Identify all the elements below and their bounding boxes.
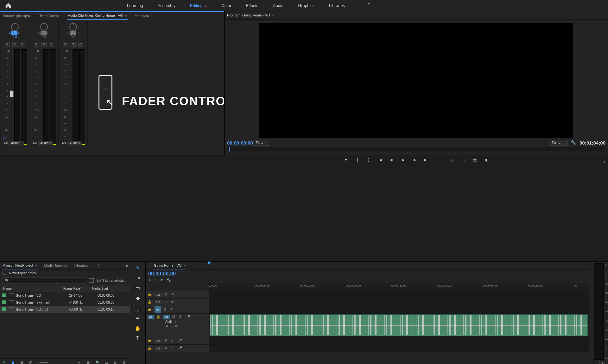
pen-tool-icon[interactable]: ✒ xyxy=(134,315,141,322)
pan-value[interactable]: 0.0 xyxy=(13,35,17,39)
tab-media-browser[interactable]: Media Browser xyxy=(44,262,68,269)
add-marker-icon[interactable]: ▼ xyxy=(343,157,349,163)
tab-libraries[interactable]: Libraries xyxy=(74,262,88,269)
fader-slot[interactable] xyxy=(10,49,14,145)
sequence-tab[interactable]: Going Home - VO ≡ xyxy=(153,262,186,269)
wrench-icon[interactable]: 🔧 xyxy=(571,140,576,145)
ripple-tool-icon[interactable]: ⇆ xyxy=(134,284,141,291)
ws-libraries[interactable]: Libraries xyxy=(328,1,346,10)
audio-track-a1[interactable]: A1 🔒 A1 M S 🎤 Audio 1 ◀ ◇ ▶ xyxy=(146,314,589,337)
channel-name[interactable]: Audio 1 xyxy=(9,141,24,145)
extract-icon[interactable]: ⬚ xyxy=(461,157,467,163)
solo-button[interactable]: S xyxy=(171,346,176,351)
go-to-out-icon[interactable]: ▶| xyxy=(423,157,429,163)
eye-icon[interactable]: 👁 xyxy=(170,308,175,312)
mute-button[interactable]: M xyxy=(164,346,169,351)
keyframe-prev-icon[interactable]: ◀ xyxy=(165,324,168,328)
mute-button[interactable]: M xyxy=(164,339,169,343)
mute-button[interactable]: M xyxy=(34,42,39,47)
add-button-icon[interactable]: ＋ xyxy=(603,159,606,164)
keyframe-add-icon[interactable]: ◇ xyxy=(170,324,173,328)
keyframe-next-icon[interactable]: ▶ xyxy=(175,324,178,328)
audio-track-a3[interactable]: 🔒A3MS🎤 xyxy=(146,345,589,352)
lift-icon[interactable]: ⬚ xyxy=(450,157,455,163)
tab-source[interactable]: Source: (no clips) xyxy=(2,12,31,19)
marker-icon[interactable]: ▼ xyxy=(160,278,163,282)
pan-knob[interactable] xyxy=(69,23,77,31)
tab-metadata[interactable]: Metadata xyxy=(134,12,150,19)
toggle-output-icon[interactable]: ⊡ xyxy=(164,293,169,297)
label-chip[interactable] xyxy=(2,307,6,311)
type-tool-icon[interactable]: T xyxy=(134,335,141,342)
freeform-view-icon[interactable]: ▧ xyxy=(29,361,34,364)
channel-name[interactable]: Audio 2 xyxy=(38,141,53,145)
step-back-icon[interactable]: ◀| xyxy=(389,157,395,163)
track-select-tool-icon[interactable]: ⇥ xyxy=(134,274,141,281)
audio-clip[interactable] xyxy=(210,314,588,336)
lock-icon[interactable]: 🔒 xyxy=(148,300,152,305)
tab-info[interactable]: Info xyxy=(94,262,101,269)
eye-icon[interactable]: 👁 xyxy=(171,300,176,305)
audio-track-a2[interactable]: 🔒A2MS🎤 xyxy=(146,337,589,345)
master-meter[interactable]: 0-6-12-18-24-30-36-42-48-54dB xyxy=(594,263,604,360)
solo-button[interactable]: S xyxy=(71,42,76,47)
solo-button[interactable]: S xyxy=(12,42,17,47)
video-track-v3[interactable]: 🔒V3⊡👁 xyxy=(146,291,589,299)
fader-slot[interactable] xyxy=(68,49,72,145)
go-to-in-icon[interactable]: |◀ xyxy=(377,157,383,163)
ws-audio[interactable]: Audio xyxy=(272,1,285,10)
eye-icon[interactable]: 👁 xyxy=(171,293,176,297)
hand-tool-icon[interactable]: ✋ xyxy=(134,325,141,332)
bin-icon[interactable] xyxy=(3,271,7,275)
zoom-fit-select[interactable]: Fit ⌄ xyxy=(253,140,270,146)
mute-button[interactable]: M xyxy=(5,42,10,47)
tab-program[interactable]: Program: Going Home - VO ≡ xyxy=(226,12,275,19)
automate-icon[interactable]: ⊞ xyxy=(87,361,92,364)
ws-graphics[interactable]: Graphics xyxy=(297,1,316,10)
settings-icon[interactable]: 🔧 xyxy=(167,278,171,282)
solo-button[interactable]: S xyxy=(179,315,184,319)
mute-button[interactable]: M xyxy=(172,315,177,319)
zoom-slider[interactable]: ○─── xyxy=(38,361,43,364)
record-button[interactable]: O xyxy=(20,42,25,47)
slip-tool-icon[interactable]: |↔| xyxy=(134,305,141,312)
overflow-icon[interactable]: » xyxy=(126,264,128,268)
solo-left-button[interactable]: S xyxy=(593,361,598,364)
lock-icon[interactable]: 🔒 xyxy=(148,308,152,312)
ws-effects[interactable]: Effects xyxy=(244,1,260,10)
record-button[interactable]: O xyxy=(78,42,83,47)
snap-icon[interactable]: ❊ xyxy=(148,278,151,282)
resolution-select[interactable]: Full ⌄ xyxy=(549,140,568,146)
export-frame-icon[interactable]: 📷 xyxy=(472,157,478,163)
tab-effect-controls[interactable]: Effect Controls xyxy=(37,12,61,19)
lock-icon[interactable]: 🔒 xyxy=(148,346,152,351)
play-icon[interactable]: ▶ xyxy=(400,157,406,163)
label-chip[interactable] xyxy=(2,293,6,297)
source-patch[interactable]: A1 xyxy=(148,315,154,319)
col-name[interactable]: Name xyxy=(3,287,63,290)
razor-tool-icon[interactable]: ◆ xyxy=(134,294,141,301)
pan-value[interactable]: 0.0 xyxy=(71,35,75,39)
tab-audio-clip-mixer[interactable]: Audio Clip Mixer: Going Home - VO ≡ xyxy=(67,12,128,20)
compare-icon[interactable]: ◧ xyxy=(484,157,490,163)
icon-view-icon[interactable]: ▦ xyxy=(20,361,25,364)
program-out-timecode[interactable]: 00;01;04;00 xyxy=(580,140,605,145)
tab-menu-icon[interactable]: ≡ xyxy=(272,14,274,17)
bin-row[interactable]: Going Home - VO.mp3 48000 Hz 01;00;03;18 xyxy=(0,306,130,313)
lock-icon[interactable]: 🔒 xyxy=(148,339,152,343)
ws-color[interactable]: Color xyxy=(220,1,232,10)
fader-slot[interactable] xyxy=(39,49,43,145)
pan-knob[interactable] xyxy=(11,23,19,31)
search-input[interactable]: 🔍 xyxy=(3,277,86,284)
lock-icon[interactable]: 🔒 xyxy=(148,293,152,297)
new-bin-icon[interactable] xyxy=(89,278,94,283)
trash-icon[interactable]: 🗑 xyxy=(122,361,127,364)
step-forward-icon[interactable]: |▶ xyxy=(412,157,417,163)
tab-project[interactable]: Project: NewProject ≡ xyxy=(2,262,38,269)
solo-button[interactable]: S xyxy=(41,42,47,47)
mark-in-icon[interactable]: { xyxy=(355,157,360,163)
col-framerate[interactable]: Frame Rate ˄ xyxy=(63,287,92,290)
new-item-icon[interactable]: 🗎 xyxy=(113,361,118,364)
timeline-timecode[interactable]: 00;00;00;00 xyxy=(148,271,176,277)
mark-out-icon[interactable]: } xyxy=(366,157,372,163)
